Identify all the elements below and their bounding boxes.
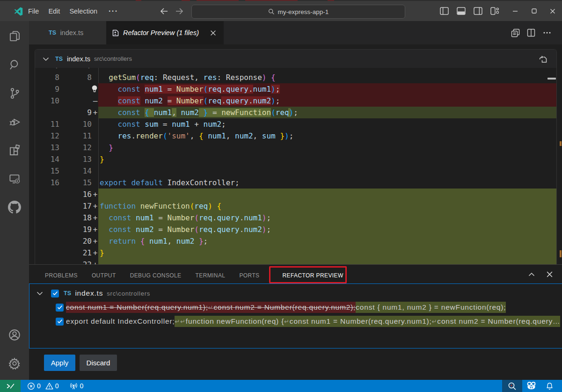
menu-edit[interactable]: Edit xyxy=(44,6,65,17)
command-center-search[interactable]: my-express-app-1 xyxy=(191,5,405,19)
typescript-file-icon: TS xyxy=(64,290,71,297)
added-text: function newFunction(req) {↵ xyxy=(186,316,290,327)
ports-status[interactable]: 0 xyxy=(69,382,84,390)
forward-arrow-icon[interactable] xyxy=(174,6,185,17)
close-window-icon[interactable] xyxy=(543,1,562,21)
tree-file-row[interactable]: TSindex.tssrc\controllers xyxy=(29,286,562,300)
copilot-status[interactable] xyxy=(524,380,538,392)
modified-line-number: 18 xyxy=(59,212,92,224)
chevron-down-icon xyxy=(42,55,50,63)
original-line-number: 12 xyxy=(35,130,59,142)
title-bar: File Edit Selection ··· my-express-app-1 xyxy=(0,1,562,21)
scrollbar-handle[interactable] xyxy=(547,78,556,80)
panel-actions xyxy=(527,265,554,284)
code-line: 1514 xyxy=(35,165,556,177)
toggle-panel-icon[interactable] xyxy=(456,7,466,16)
zoom-icon xyxy=(508,382,517,391)
error-icon xyxy=(27,382,35,390)
source-control-icon[interactable] xyxy=(3,82,26,104)
checkmark-icon xyxy=(57,319,63,324)
remote-indicator[interactable] xyxy=(0,380,21,392)
tab-close-icon[interactable] xyxy=(208,28,218,38)
diff-file-card: TS index.ts src\controllers 7788 getSum(… xyxy=(35,49,557,264)
explorer-icon[interactable] xyxy=(3,25,26,47)
code-line: 1211 res.render('sum', { num1, num2, sum… xyxy=(35,130,556,142)
code-line: 1413} xyxy=(35,153,556,165)
github-icon[interactable] xyxy=(3,196,26,218)
notifications-bell[interactable] xyxy=(542,380,556,392)
layout-controls xyxy=(439,1,499,21)
panel-tab-ports[interactable]: PORTS xyxy=(239,272,259,279)
close-panel-icon[interactable] xyxy=(545,270,554,279)
line-added-marker: + xyxy=(92,200,99,212)
problems-status[interactable]: 0 0 xyxy=(27,382,59,390)
original-line-number: 9 xyxy=(35,83,59,95)
extensions-icon[interactable] xyxy=(3,139,26,161)
panel-tab-debug-console[interactable]: DEBUG CONSOLE xyxy=(130,272,182,279)
panel-tab-output[interactable]: OUTPUT xyxy=(92,272,116,279)
original-line-number: 16 xyxy=(35,177,59,189)
vscode-logo xyxy=(14,7,23,16)
tree-file-path: src\controllers xyxy=(107,290,150,297)
code-text: } xyxy=(98,247,556,259)
original-line-number: 13 xyxy=(35,142,59,153)
maximize-icon[interactable] xyxy=(525,1,543,21)
menu-file[interactable]: File xyxy=(23,6,44,17)
change-checkbox[interactable] xyxy=(56,304,64,312)
tree-change-row[interactable]: export default IndexController;↵↵functio… xyxy=(29,314,562,328)
original-line-number: 14 xyxy=(35,153,59,165)
apply-button[interactable]: Apply xyxy=(44,355,75,371)
tab-refactor-preview[interactable]: Refactor Preview (1 files) xyxy=(106,21,224,44)
line-added-marker: + xyxy=(92,235,99,247)
remote-explorer-icon[interactable] xyxy=(3,167,26,190)
code-line: 22+ xyxy=(35,259,556,264)
account-icon[interactable] xyxy=(3,324,26,346)
settings-gear-icon[interactable] xyxy=(3,352,26,375)
code-text: getSum(req: Request, res: Response) { xyxy=(98,72,556,83)
discard-button[interactable]: Discard xyxy=(80,355,117,371)
minimize-icon[interactable] xyxy=(506,1,525,21)
code-line: 18+ const num1 = Number(req.query.num1); xyxy=(35,212,556,224)
status-bar: 0 0 0 xyxy=(0,380,562,392)
lightbulb-icon[interactable] xyxy=(91,85,98,93)
bottom-panel: PROBLEMS OUTPUT DEBUG CONSOLE TERMINAL P… xyxy=(29,264,562,380)
more-actions-icon[interactable] xyxy=(542,28,552,37)
warning-count: 0 xyxy=(55,382,59,390)
diff-file-header[interactable]: TS index.ts src\controllers xyxy=(35,50,556,68)
editor-area: TS index.ts src\controllers 7788 getSum(… xyxy=(29,44,562,264)
change-checkbox[interactable] xyxy=(56,318,64,326)
code-text: return { num1, num2 }; xyxy=(98,235,556,247)
panel-tab-terminal[interactable]: TERMINAL xyxy=(196,272,226,279)
toggle-sidebar-icon[interactable] xyxy=(439,7,449,16)
change-checkbox[interactable] xyxy=(51,290,59,298)
split-editor-icon[interactable] xyxy=(526,28,536,37)
tab-label: Refactor Preview (1 files) xyxy=(123,29,199,36)
maximize-panel-icon[interactable] xyxy=(527,270,536,279)
tree-change-row[interactable]: const num1 = Number(req.query.num1);↵ co… xyxy=(29,300,562,314)
panel-tab-problems[interactable]: PROBLEMS xyxy=(45,272,78,279)
tab-index-ts[interactable]: TS index.ts xyxy=(29,21,106,44)
zoom-indicator[interactable] xyxy=(502,380,522,392)
back-arrow-icon[interactable] xyxy=(158,6,169,17)
code-line: 20+ return { num1, num2 }; xyxy=(35,235,556,247)
remote-icon xyxy=(6,383,15,390)
open-changes-icon[interactable] xyxy=(511,28,520,37)
go-to-file-icon[interactable] xyxy=(539,54,548,64)
unchanged-text: export default IndexController; xyxy=(66,317,175,326)
warning-icon xyxy=(45,382,53,390)
menu-more[interactable]: ··· xyxy=(105,5,122,17)
diff-code-pane: 7788 getSum(req: Request, res: Response)… xyxy=(35,68,556,264)
original-line-number: 10 xyxy=(35,95,59,107)
typescript-file-icon: TS xyxy=(55,56,63,62)
run-debug-icon[interactable] xyxy=(3,110,26,133)
menu-selection[interactable]: Selection xyxy=(65,6,102,17)
code-line: 77 xyxy=(35,68,556,72)
ports-count: 0 xyxy=(80,382,84,390)
toggle-secondary-sidebar-icon[interactable] xyxy=(473,7,482,16)
search-sidebar-icon[interactable] xyxy=(3,53,26,76)
chevron-down-icon xyxy=(36,290,44,297)
code-line: 21+} xyxy=(35,247,556,259)
customize-layout-icon[interactable] xyxy=(490,7,499,16)
modified-line-number: 8 xyxy=(59,72,92,83)
typescript-file-icon: TS xyxy=(49,29,56,36)
